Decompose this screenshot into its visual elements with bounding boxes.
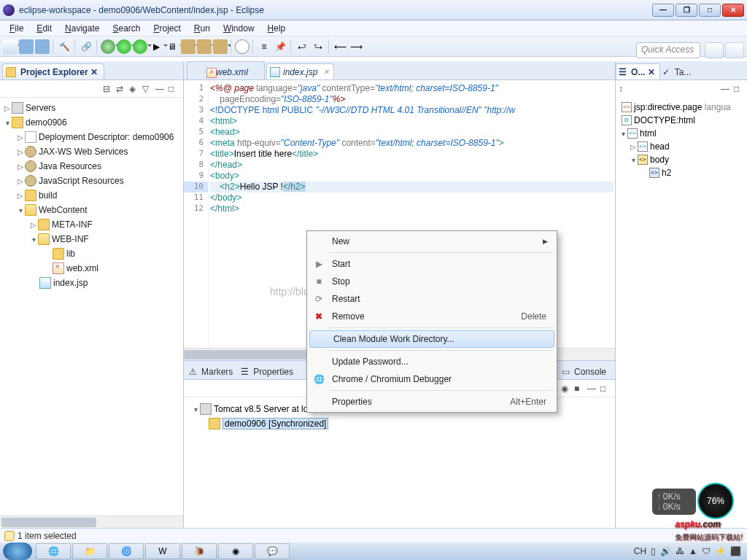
tray-ime[interactable]: CH <box>634 546 646 556</box>
tray-icon[interactable]: ▯ <box>651 546 656 556</box>
tree-item-webcontent[interactable]: WebContent <box>39 205 88 215</box>
outline-item[interactable]: html <box>640 128 657 139</box>
twisty-icon[interactable]: ▷ <box>629 142 638 151</box>
pin-icon[interactable]: 📌 <box>273 39 287 54</box>
tab-outline[interactable]: ☰O... ✕ <box>616 63 660 79</box>
tray-icon[interactable]: ⬛ <box>730 546 741 556</box>
sort-icon[interactable]: ↕ <box>619 84 629 94</box>
twisty-icon[interactable]: ▾ <box>191 405 200 413</box>
tray-icon[interactable]: ⚡ <box>715 546 726 556</box>
tray-show-hidden-icon[interactable]: ▲ <box>689 546 697 556</box>
tree-item-project[interactable]: demo0906 <box>26 117 67 128</box>
new-server-icon[interactable] <box>181 39 196 54</box>
tree-item-javares[interactable]: Java Resources <box>39 161 101 171</box>
tray-icon[interactable]: 🛡 <box>702 546 711 556</box>
twisty-icon[interactable]: ▷ <box>3 104 12 112</box>
tree-item-webinf[interactable]: WEB-INF <box>52 234 89 244</box>
minimize-view-icon[interactable]: — <box>721 84 731 94</box>
profile-server-icon[interactable]: ◉ <box>561 384 571 394</box>
new-icon[interactable] <box>3 39 18 54</box>
twisty-icon[interactable]: ▾ <box>629 155 638 164</box>
maximize-button[interactable]: □ <box>699 4 721 17</box>
tab-markers[interactable]: ⚠Markers <box>187 364 239 379</box>
annotation-prev-icon[interactable]: ⮐ <box>295 39 309 54</box>
forward-icon[interactable]: ⟶ <box>349 39 363 54</box>
menu-window[interactable]: Window <box>217 21 261 36</box>
maximize-view-icon[interactable]: □ <box>169 84 179 94</box>
horizontal-scrollbar[interactable] <box>0 516 183 528</box>
minimize-view-icon[interactable]: — <box>587 384 597 394</box>
link-icon[interactable]: 🔗 <box>79 39 93 54</box>
menu-restart[interactable]: ⟳Restart <box>309 290 555 308</box>
menu-remove[interactable]: ✖RemoveDelete <box>309 308 555 325</box>
tree-item-lib[interactable]: lib <box>66 249 75 259</box>
taskbar-app-eclipse[interactable]: ◉ <box>218 543 253 559</box>
minimize-button[interactable]: — <box>652 4 674 17</box>
tab-web-xml[interactable]: web.xml <box>187 61 265 79</box>
twisty-icon[interactable]: ▷ <box>16 176 25 185</box>
toggle-breadcrumb-icon[interactable]: ≡ <box>257 39 271 54</box>
menu-start[interactable]: ▶Start <box>309 255 555 273</box>
taskbar-app-snail[interactable]: 🐌 <box>182 543 217 559</box>
project-tree[interactable]: ▷Servers ▾demo0906 ▷Deployment Descripto… <box>0 98 183 516</box>
tray-sound-icon[interactable]: 🔊 <box>660 546 671 556</box>
taskbar-app-explorer[interactable]: 📁 <box>72 543 107 559</box>
tab-properties[interactable]: ☰Properties <box>239 364 299 379</box>
taskbar-app-wps[interactable]: W <box>145 543 180 559</box>
menu-navigate[interactable]: Navigate <box>58 21 106 36</box>
twisty-icon[interactable]: ▾ <box>16 206 25 214</box>
module-item-selected[interactable]: demo0906 [Synchronized] <box>222 418 328 429</box>
tree-item-webxml[interactable]: web.xml <box>66 263 98 273</box>
view-menu-icon[interactable]: ▽ <box>142 84 152 94</box>
search-icon[interactable] <box>235 39 249 54</box>
quick-access[interactable]: Quick Access <box>636 42 700 58</box>
server-icon[interactable]: 🖥 <box>165 39 179 54</box>
tab-console[interactable]: ▭Console <box>560 364 612 379</box>
tree-item-jaxws[interactable]: JAX-WS Web Services <box>39 147 128 157</box>
outline-item[interactable]: h2 <box>662 168 671 178</box>
maximize-view-icon[interactable]: □ <box>600 384 611 394</box>
maximize-view-icon[interactable]: □ <box>734 84 744 94</box>
package-icon[interactable] <box>197 39 212 54</box>
perspective-open-icon[interactable] <box>705 42 724 58</box>
menu-stop[interactable]: ■Stop <box>309 273 555 290</box>
close-button[interactable]: ✕ <box>722 4 744 17</box>
menu-properties[interactable]: PropertiesAlt+Enter <box>309 393 555 411</box>
coverage-icon[interactable] <box>133 39 147 54</box>
taskbar-app-ie[interactable]: 🌐 <box>36 543 71 559</box>
tray-network-icon[interactable]: 🖧 <box>676 546 684 556</box>
tree-item-metainf[interactable]: META-INF <box>52 219 93 230</box>
taskbar-app-qq[interactable]: 🌀 <box>109 543 144 559</box>
twisty-icon[interactable]: ▾ <box>29 235 38 244</box>
twisty-icon[interactable]: ▷ <box>16 133 25 141</box>
minimize-view-icon[interactable]: — <box>155 84 166 94</box>
perspective-java-ee-icon[interactable] <box>725 42 744 58</box>
servers-view[interactable]: ▾Tomcat v8.5 Server at localhost demo090… <box>184 397 615 528</box>
menu-file[interactable]: File <box>3 21 30 36</box>
outline-item[interactable]: jsp:directive.page <box>634 102 702 112</box>
link-editor-icon[interactable]: ⇄ <box>116 84 126 94</box>
stop-server-icon[interactable]: ■ <box>574 384 584 394</box>
tree-item-servers[interactable]: Servers <box>26 103 55 113</box>
menu-run[interactable]: Run <box>187 21 217 36</box>
twisty-icon[interactable]: ▷ <box>16 147 25 156</box>
menu-clean-module[interactable]: Clean Module Work Directory... <box>309 330 554 348</box>
run-icon[interactable] <box>117 39 131 54</box>
menu-update-password[interactable]: Update Password... <box>309 353 555 370</box>
menu-project[interactable]: Project <box>147 21 187 36</box>
twisty-icon[interactable]: ▾ <box>619 129 627 138</box>
tab-tasks[interactable]: ✓Ta... <box>660 64 696 79</box>
tree-item-dd[interactable]: Deployment Descriptor: demo0906 <box>39 132 174 142</box>
close-tab-icon[interactable]: ✕ <box>323 68 330 75</box>
twisty-icon[interactable]: ▾ <box>3 118 12 127</box>
menu-search[interactable]: Search <box>106 21 147 36</box>
annotation-next-icon[interactable]: ⮑ <box>311 39 325 54</box>
menu-help[interactable]: Help <box>261 21 293 36</box>
menu-new[interactable]: New <box>309 233 555 250</box>
open-type-icon[interactable]: 🔨 <box>57 39 71 54</box>
restore-button[interactable]: ❐ <box>676 4 697 17</box>
tree-item-jsres[interactable]: JavaScript Resources <box>39 176 124 186</box>
taskbar-app-wechat[interactable]: 💬 <box>255 543 290 559</box>
system-tray[interactable]: CH ▯ 🔊 🖧 ▲ 🛡 ⚡ ⬛ <box>628 546 747 556</box>
tab-project-explorer[interactable]: Project Explorer ✕ <box>2 63 104 79</box>
